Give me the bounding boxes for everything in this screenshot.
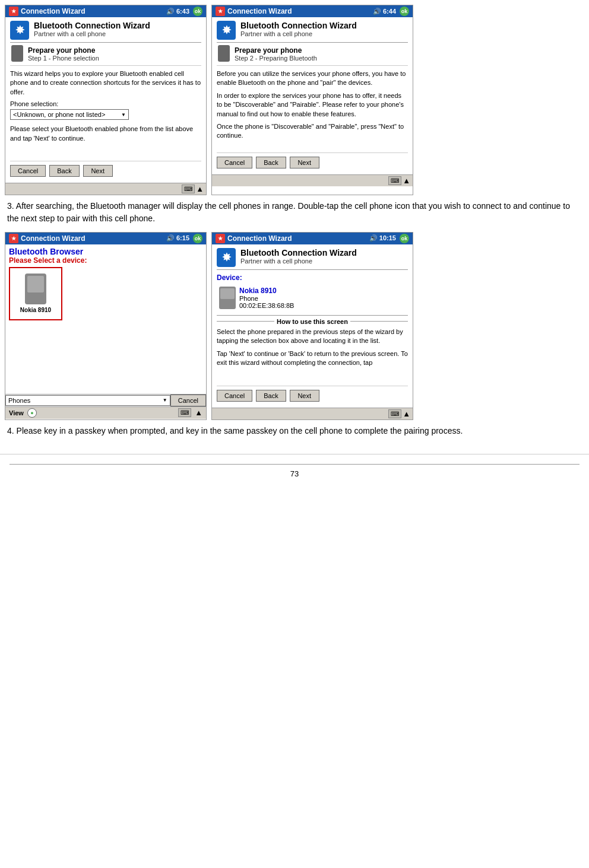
- device-type-4: Phone: [239, 295, 294, 302]
- keyboard-icon-3[interactable]: ⌨: [178, 408, 191, 417]
- keyboard-icon-1[interactable]: ⌨: [182, 185, 195, 193]
- back-button-1[interactable]: Back: [49, 165, 79, 177]
- back-button-2[interactable]: Back: [256, 157, 286, 168]
- bluetooth-icon-2: ✸: [217, 21, 236, 40]
- browser-content-3: Bluetooth Browser Please Select a device…: [5, 244, 206, 394]
- cancel-button-1[interactable]: Cancel: [10, 165, 46, 177]
- titlebar-2: ★ Connection Wizard 🔊 6:44 ok: [212, 5, 413, 17]
- screenshot-1: ★ Connection Wizard 🔊 6:43 ok ✸ Bluetoot…: [5, 5, 207, 195]
- arrow-up-1: ▲: [196, 185, 204, 193]
- step-subtitle-2: Step 2 - Preparing Bluetooth: [235, 55, 317, 62]
- button-row-4: Cancel Back Next: [217, 386, 408, 404]
- bottom-screenshots-row: ★ Connection Wizard 🔊 6:15 ok Bluetooth …: [0, 230, 589, 420]
- body-text-2c: Once the phone is "Discoverable" and "Pa…: [217, 122, 408, 141]
- step-subtitle-1: Step 1 - Phone selection: [28, 55, 99, 62]
- phones-dropdown[interactable]: Phones ▼: [5, 395, 170, 406]
- device-section-4: Device: Nokia 8910 Phone 00:02:EE:38:68:…: [217, 274, 408, 311]
- screenshot-1-content: ✸ Bluetooth Connection Wizard Partner wi…: [5, 17, 206, 183]
- device-name-4: Nokia 8910: [239, 287, 294, 295]
- phones-label: Phones: [8, 397, 30, 404]
- titlebar-1: ★ Connection Wizard 🔊 6:43 ok: [5, 5, 206, 17]
- device-item-nokia[interactable]: Nokia 8910: [9, 267, 62, 320]
- taskbar-4: ⌨ ▲: [212, 408, 413, 419]
- windows-icon-1: ★: [9, 7, 18, 16]
- arrow-up-2: ▲: [403, 176, 410, 185]
- keyboard-icon-4[interactable]: ⌨: [388, 409, 401, 418]
- top-screenshots-row: ★ Connection Wizard 🔊 6:43 ok ✸ Bluetoot…: [0, 0, 589, 195]
- how-to-section-4: How to use this screen Select the phone …: [217, 315, 408, 368]
- phones-dropdown-row: Phones ▼ Cancel: [5, 394, 206, 406]
- windows-icon-3: ★: [9, 234, 18, 243]
- device-name-nokia: Nokia 8910: [20, 307, 51, 313]
- body-text-1: This wizard helps you to explore your Bl…: [10, 69, 201, 97]
- refresh-icon[interactable]: ●: [27, 408, 37, 418]
- titlebar-2-title: Connection Wizard: [227, 7, 292, 15]
- view-row: View ● ⌨ ▲: [5, 406, 206, 419]
- field-label-1: Phone selection:: [10, 100, 201, 107]
- wizard-header-1: ✸ Bluetooth Connection Wizard Partner wi…: [10, 21, 201, 43]
- device-mac-4: 00:02:EE:38:68:8B: [239, 302, 294, 309]
- phone-icon-1: [10, 46, 24, 61]
- step-section-2: Prepare your phone Step 2 - Preparing Bl…: [217, 46, 408, 62]
- arrow-up-4: ▲: [403, 409, 410, 418]
- how-to-body2-4: Tap 'Next' to continue or 'Back' to retu…: [217, 349, 408, 368]
- step-title-2: Prepare your phone: [235, 46, 317, 55]
- titlebar-4-title: Connection Wizard: [227, 234, 292, 243]
- back-button-4[interactable]: Back: [256, 390, 286, 402]
- taskbar-1: ⌨ ▲: [5, 183, 206, 195]
- ok-btn-3[interactable]: ok: [193, 234, 202, 243]
- titlebar-3: ★ Connection Wizard 🔊 6:15 ok: [5, 233, 206, 244]
- device-phone-small-4: [219, 287, 236, 309]
- browser-bottom-area: Phones ▼ Cancel View ● ⌨ ▲: [5, 394, 206, 419]
- button-row-2: Cancel Back Next: [217, 152, 408, 171]
- body-text-2a: Before you can utilize the services your…: [217, 69, 408, 88]
- cancel-button-4[interactable]: Cancel: [217, 390, 252, 402]
- windows-icon-2: ★: [216, 7, 225, 16]
- button-row-1: Cancel Back Next: [10, 161, 201, 179]
- ok-btn-2[interactable]: ok: [400, 7, 409, 16]
- how-to-header-4: How to use this screen: [217, 318, 408, 325]
- browser-subtitle: Please Select a device:: [9, 256, 202, 265]
- bluetooth-icon-4: ✸: [217, 248, 236, 267]
- dropdown-arrow-1: ▼: [121, 112, 126, 117]
- phone-icon-2: [217, 46, 231, 61]
- wizard-title-4: Bluetooth Connection Wizard: [240, 248, 357, 257]
- dropdown-row-1: <Unknown, or phone not listed> ▼: [10, 109, 201, 120]
- device-info-text-4: Nokia 8910 Phone 00:02:EE:38:68:8B: [239, 287, 294, 309]
- phone-dropdown-1[interactable]: <Unknown, or phone not listed> ▼: [10, 109, 129, 120]
- body-text-2b: In order to explore the services your ph…: [217, 91, 408, 119]
- wizard-title-1: Bluetooth Connection Wizard: [34, 21, 150, 30]
- windows-icon-4: ★: [216, 234, 225, 243]
- view-label: View: [9, 409, 24, 416]
- description-2: 4. Please key in a passkey when prompted…: [0, 420, 589, 442]
- step-title-1: Prepare your phone: [28, 46, 99, 55]
- screenshot-4: ★ Connection Wizard 🔊 10:15 ok ✸ Bluetoo…: [211, 232, 413, 420]
- how-to-body1-4: Select the phone prepared in the previou…: [217, 328, 408, 346]
- cancel-button-2[interactable]: Cancel: [217, 157, 252, 168]
- phones-dropdown-arrow: ▼: [163, 398, 167, 403]
- how-to-title-4: How to use this screen: [277, 318, 348, 325]
- next-button-4[interactable]: Next: [290, 390, 319, 402]
- volume-time-2: 🔊 6:44: [373, 8, 396, 15]
- ok-btn-4[interactable]: ok: [400, 234, 409, 243]
- body-text-1b: Please select your Bluetooth enabled pho…: [10, 125, 201, 143]
- cancel-button-3[interactable]: Cancel: [170, 395, 206, 406]
- ok-btn-1[interactable]: ok: [193, 7, 202, 16]
- description-1: 3. After searching, the Bluetooth manage…: [0, 195, 589, 230]
- device-phone-img: [25, 274, 46, 304]
- page-number: 73: [290, 469, 299, 478]
- volume-time-1: 🔊 6:43: [166, 8, 189, 15]
- screenshot-3: ★ Connection Wizard 🔊 6:15 ok Bluetooth …: [5, 232, 207, 420]
- wizard-title-2: Bluetooth Connection Wizard: [240, 21, 357, 30]
- keyboard-icon-2[interactable]: ⌨: [388, 176, 401, 185]
- arrow-up-3: ▲: [195, 408, 202, 417]
- browser-title: Bluetooth Browser: [9, 247, 202, 256]
- screenshot-4-content: ✸ Bluetooth Connection Wizard Partner wi…: [212, 244, 413, 408]
- titlebar-4: ★ Connection Wizard 🔊 10:15 ok: [212, 233, 413, 244]
- bluetooth-icon-1: ✸: [10, 21, 29, 40]
- volume-time-3: 🔊 6:15: [166, 234, 189, 242]
- next-button-1[interactable]: Next: [83, 165, 113, 177]
- next-button-2[interactable]: Next: [290, 157, 319, 168]
- volume-time-4: 🔊 10:15: [369, 234, 396, 242]
- device-info-box-4: Nokia 8910 Phone 00:02:EE:38:68:8B: [217, 284, 408, 311]
